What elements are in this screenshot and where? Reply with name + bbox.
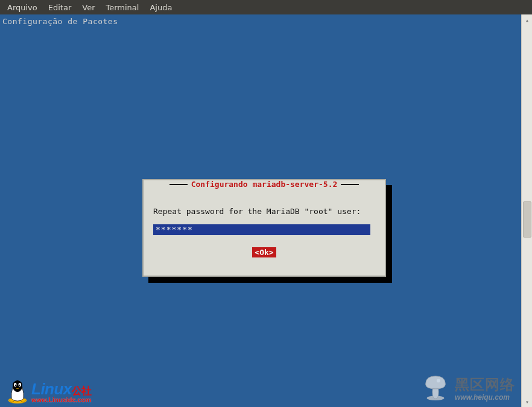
linux-brand-name: Linux xyxy=(31,380,72,398)
ok-button[interactable]: <Ok> xyxy=(252,247,276,257)
heiou-url: www.heiqu.com xyxy=(455,393,510,402)
config-dialog: Configurando mariadb-server-5.2 Repeat p… xyxy=(142,179,386,277)
watermark-left: Linux公社 www.Linuxidc.com xyxy=(6,377,92,406)
menu-arquivo[interactable]: Arquivo xyxy=(2,2,42,13)
dialog-title-row: Configurando mariadb-server-5.2 xyxy=(144,180,385,189)
svg-point-3 xyxy=(15,385,16,386)
linux-brand-suffix: 公社 xyxy=(72,385,92,397)
dialog-title-edge-left xyxy=(169,184,188,185)
watermark-right: 黑区网络 www.heiqu.com xyxy=(421,373,515,403)
menu-ajuda[interactable]: Ajuda xyxy=(145,2,177,13)
svg-point-4 xyxy=(19,385,20,386)
scrollbar-up-icon[interactable]: ▴ xyxy=(522,14,532,25)
menu-terminal[interactable]: Terminal xyxy=(101,2,144,13)
scrollbar-thumb[interactable] xyxy=(523,201,531,238)
heiou-brand: 黑区网络 xyxy=(455,375,515,394)
dialog-body: Repeat password for the MariaDB "root" u… xyxy=(144,189,385,262)
mushroom-icon xyxy=(421,373,450,403)
menu-ver[interactable]: Ver xyxy=(77,2,100,13)
menu-editar[interactable]: Editar xyxy=(43,2,77,13)
svg-point-6 xyxy=(437,379,440,383)
tux-icon xyxy=(6,377,29,406)
heiou-text: 黑区网络 www.heiqu.com xyxy=(455,375,515,402)
linux-url: www.Linuxidc.com xyxy=(31,396,92,403)
dialog-title: Configurando mariadb-server-5.2 xyxy=(188,180,341,189)
scrollbar-track[interactable]: ▴ ▾ xyxy=(521,14,532,407)
scrollbar-down-icon[interactable]: ▾ xyxy=(522,396,532,407)
terminal-title: Configuração de Pacotes xyxy=(0,14,521,28)
dialog-prompt: Repeat password for the MariaDB "root" u… xyxy=(153,207,375,216)
password-input[interactable]: ******* xyxy=(153,224,370,235)
terminal-area: Configuração de Pacotes Configurando mar… xyxy=(0,14,521,407)
linux-text: Linux公社 www.Linuxidc.com xyxy=(31,380,92,403)
menubar: Arquivo Editar Ver Terminal Ajuda xyxy=(0,0,532,14)
ok-row: <Ok> xyxy=(153,247,375,257)
dialog-title-edge-right xyxy=(341,184,359,185)
